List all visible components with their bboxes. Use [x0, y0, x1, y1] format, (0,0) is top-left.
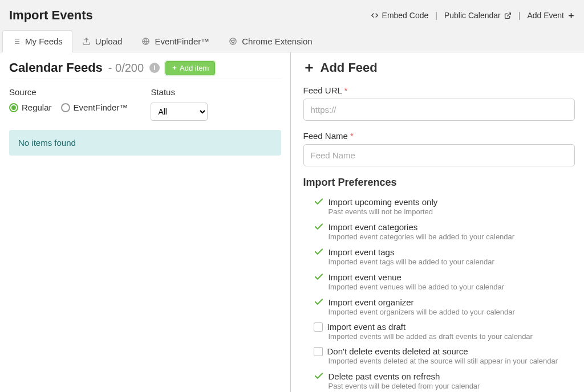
add-feed-heading: Add Feed [321, 60, 378, 75]
source-filter: Source Regular EventFinder™ [9, 87, 128, 121]
pref-toggle[interactable]: Import event tags [314, 247, 575, 257]
filters-row: Source Regular EventFinder™ Status All [9, 87, 281, 121]
public-calendar-label: Public Calendar [444, 11, 501, 20]
pref-hint: Imported event organizers will be added … [328, 308, 575, 316]
empty-state: No items found [9, 130, 281, 156]
plus-icon [567, 12, 575, 19]
feed-name-input[interactable] [303, 144, 575, 166]
tab-my-feeds[interactable]: My Feeds [2, 30, 72, 52]
tab-label: Upload [95, 36, 123, 46]
pref-label: Don't delete events deleted at source [327, 346, 468, 356]
code-icon [371, 11, 379, 19]
external-link-icon [504, 12, 512, 19]
feeds-heading: Calendar Feeds [9, 60, 103, 75]
pref-hint: Past events will not be imported [328, 207, 575, 216]
add-feed-heading-row: Add Feed [303, 60, 575, 75]
pref-toggle[interactable]: Import event organizer [314, 297, 575, 307]
pref-label: Import event as draft [327, 322, 406, 332]
pref-hint: Imported events will be added as draft e… [328, 332, 575, 341]
header-actions: Embed Code | Public Calendar | Add Event [371, 11, 575, 20]
check-icon [314, 272, 324, 282]
tab-label: Chrome Extension [242, 36, 312, 46]
tab-chrome-ext[interactable]: Chrome Extension [219, 30, 322, 52]
tab-label: EventFinder™ [155, 36, 209, 46]
pref-toggle[interactable]: Delete past events on refresh [314, 371, 575, 381]
pref-hint: Imported event categories will be added … [328, 232, 575, 241]
pref-toggle[interactable]: Import upcoming events only [314, 197, 575, 207]
pref-item: Don't delete events deleted at sourceImp… [314, 346, 575, 365]
pref-label: Delete past events on refresh [328, 371, 440, 381]
pref-hint: Imported event venues will be added to y… [328, 283, 575, 291]
check-icon [314, 297, 324, 307]
tabs-row: My Feeds Upload EventFinder™ Chrome Exte… [0, 30, 584, 52]
add-event-link[interactable]: Add Event [527, 11, 575, 20]
source-radio-group: Regular EventFinder™ [9, 103, 128, 112]
status-label: Status [151, 87, 208, 97]
info-icon[interactable]: i [149, 63, 160, 73]
radio-dot-icon [61, 103, 70, 112]
feed-url-group: Feed URL * [303, 85, 575, 121]
add-event-label: Add Event [527, 11, 564, 20]
plus-icon [303, 62, 315, 74]
pref-toggle[interactable]: Don't delete events deleted at source [314, 346, 575, 356]
pref-item: Import upcoming events onlyPast events w… [314, 197, 575, 216]
page-title: Import Events [9, 8, 93, 23]
radio-regular-label: Regular [22, 103, 52, 112]
checkbox-icon [314, 347, 323, 356]
import-prefs-heading: Import Preferences [303, 177, 575, 189]
add-feed-panel: Add Feed Feed URL * Feed Name * Import P… [291, 52, 585, 392]
header-bar: Import Events Embed Code | Public Calend… [0, 0, 584, 30]
pref-label: Import event venue [328, 272, 402, 282]
tab-upload[interactable]: Upload [72, 30, 132, 52]
main-panel: Calendar Feeds - 0/200 i Add item Source… [0, 52, 584, 392]
svg-line-0 [507, 13, 510, 16]
plus-icon [172, 65, 177, 71]
pref-item: Import event categoriesImported event ca… [314, 222, 575, 241]
embed-code-link[interactable]: Embed Code [371, 11, 429, 20]
radio-dot-icon [9, 103, 18, 112]
public-calendar-link[interactable]: Public Calendar [444, 11, 512, 20]
pref-list: Import upcoming events onlyPast events w… [303, 197, 575, 390]
pref-item: Import event venueImported event venues … [314, 272, 575, 291]
add-item-button[interactable]: Add item [165, 61, 215, 75]
feed-url-label: Feed URL * [303, 85, 575, 95]
chrome-icon [229, 37, 237, 46]
feed-name-group: Feed Name * [303, 131, 575, 166]
list-icon [12, 37, 21, 46]
tab-eventfinder[interactable]: EventFinder™ [132, 30, 219, 52]
pref-label: Import upcoming events only [328, 197, 438, 207]
tab-label: My Feeds [25, 36, 63, 46]
upload-icon [82, 37, 91, 46]
check-icon [314, 247, 324, 257]
divider: | [516, 11, 523, 20]
checkbox-icon [314, 322, 323, 332]
pref-label: Import event organizer [328, 297, 414, 307]
check-icon [314, 197, 324, 207]
add-item-label: Add item [180, 64, 209, 72]
divider: | [433, 11, 440, 20]
feeds-heading-row: Calendar Feeds - 0/200 i Add item [9, 60, 281, 79]
source-label: Source [9, 87, 128, 97]
pref-item: Import event organizerImported event org… [314, 297, 575, 316]
pref-toggle[interactable]: Import event venue [314, 272, 575, 282]
radio-regular[interactable]: Regular [9, 103, 52, 112]
empty-message: No items found [18, 138, 76, 148]
status-filter: Status All [151, 87, 208, 121]
feed-name-label: Feed Name * [303, 131, 575, 141]
pref-item: Import event tagsImported event tags wil… [314, 247, 575, 266]
radio-eventfinder-label: EventFinder™ [74, 103, 128, 112]
globe-icon [141, 37, 150, 46]
feeds-count: - 0/200 [108, 62, 144, 75]
pref-toggle[interactable]: Import event as draft [314, 322, 575, 332]
radio-eventfinder[interactable]: EventFinder™ [61, 103, 128, 112]
check-icon [314, 371, 324, 381]
pref-hint: Imported event tags will be added to you… [328, 258, 575, 266]
pref-label: Import event categories [328, 222, 418, 232]
feed-url-input[interactable] [303, 99, 575, 121]
status-select[interactable]: All [151, 103, 208, 121]
check-icon [314, 222, 324, 232]
pref-item: Import event as draftImported events wil… [314, 322, 575, 341]
pref-toggle[interactable]: Import event categories [314, 222, 575, 232]
pref-item: Delete past events on refreshPast events… [314, 371, 575, 390]
feeds-panel: Calendar Feeds - 0/200 i Add item Source… [0, 52, 291, 392]
